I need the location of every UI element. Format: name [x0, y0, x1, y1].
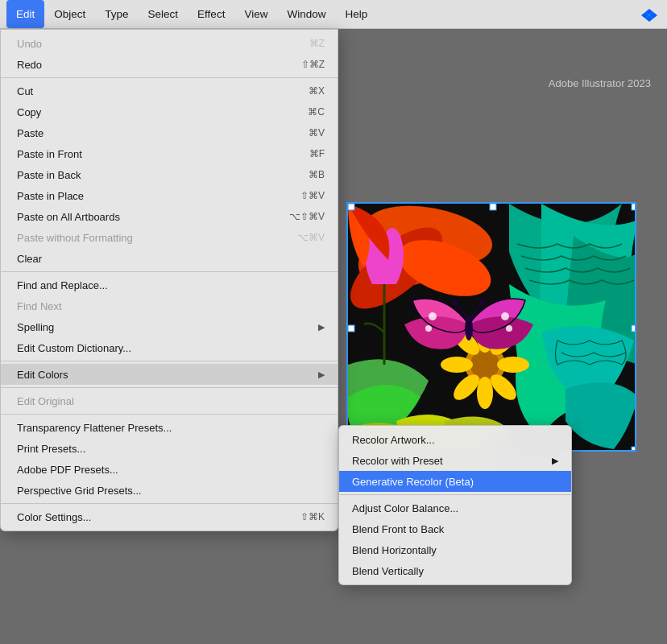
menu-item-transparency[interactable]: Transparency Flattener Presets...: [1, 417, 338, 438]
submenu-item-blend-front-back[interactable]: Blend Front to Back: [339, 518, 571, 539]
dropbox-icon: [641, 6, 657, 23]
submenu-separator-1: [339, 494, 571, 495]
svg-rect-34: [348, 325, 354, 332]
menu-item-copy[interactable]: Copy ⌘C: [1, 101, 338, 122]
menu-item-print-presets[interactable]: Print Presets...: [1, 438, 338, 459]
submenu-arrow-recolor-preset: ▶: [552, 456, 558, 466]
menu-type[interactable]: Type: [95, 0, 138, 28]
artwork-svg: [348, 204, 636, 452]
menubar: Edit Object Type Select Effect View Wind…: [0, 0, 667, 29]
menu-help[interactable]: Help: [335, 0, 377, 28]
edit-colors-submenu: Recolor Artwork... Recolor with Preset ▶…: [338, 425, 572, 585]
menu-item-find-replace[interactable]: Find and Replace...: [1, 275, 338, 295]
menu-select[interactable]: Select: [139, 0, 188, 28]
svg-rect-32: [490, 204, 496, 210]
menu-effect[interactable]: Effect: [188, 0, 234, 28]
separator-5: [1, 414, 338, 415]
menu-window[interactable]: Window: [277, 0, 335, 28]
submenu-item-recolor-preset[interactable]: Recolor with Preset ▶: [339, 450, 571, 471]
svg-rect-35: [632, 325, 636, 332]
svg-point-26: [501, 312, 509, 320]
svg-point-27: [506, 325, 512, 332]
menu-item-edit-original[interactable]: Edit Original: [1, 390, 338, 411]
menu-item-cut[interactable]: Cut ⌘X: [1, 80, 338, 101]
menu-item-paste-back[interactable]: Paste in Back ⌘B: [1, 164, 338, 185]
menu-view[interactable]: View: [234, 0, 277, 28]
submenu-item-adjust-balance[interactable]: Adjust Color Balance...: [339, 497, 571, 518]
menu-item-paste-place[interactable]: Paste in Place ⇧⌘V: [1, 185, 338, 206]
submenu-item-blend-horizontal[interactable]: Blend Horizontally: [339, 539, 571, 560]
menu-item-paste-front[interactable]: Paste in Front ⌘F: [1, 143, 338, 164]
menu-item-edit-colors[interactable]: Edit Colors ▶: [1, 364, 338, 385]
separator-1: [1, 77, 338, 78]
menu-edit[interactable]: Edit: [6, 0, 44, 28]
svg-rect-29: [632, 204, 636, 210]
submenu-item-recolor-artwork[interactable]: Recolor Artwork...: [339, 429, 571, 450]
edit-dropdown-menu: Undo ⌘Z Redo ⇧⌘Z Cut ⌘X Copy ⌘C Paste ⌘V…: [0, 29, 338, 531]
menu-item-paste-no-format[interactable]: Paste without Formatting ⌥⌘V: [1, 227, 338, 248]
app-title: Adobe Illustrator 2023: [549, 77, 651, 89]
svg-point-14: [497, 357, 529, 373]
separator-2: [1, 271, 338, 272]
menu-item-pdf-presets[interactable]: Adobe PDF Presets...: [1, 459, 338, 480]
menu-item-paste-all[interactable]: Paste on All Artboards ⌥⇧⌘V: [1, 206, 338, 227]
svg-rect-31: [632, 447, 636, 452]
menu-item-color-settings[interactable]: Color Settings... ⇧⌘K: [1, 506, 338, 527]
menu-item-spelling[interactable]: Spelling ▶: [1, 316, 338, 337]
submenu-item-blend-vertical[interactable]: Blend Vertically: [339, 560, 571, 581]
separator-4: [1, 387, 338, 388]
menu-item-perspective[interactable]: Perspective Grid Presets...: [1, 480, 338, 501]
artwork-container: [346, 202, 636, 452]
svg-point-13: [441, 357, 473, 373]
svg-point-23: [480, 300, 485, 305]
artwork-bg: [348, 204, 635, 450]
svg-point-12: [477, 377, 493, 409]
menu-item-undo[interactable]: Undo ⌘Z: [1, 33, 338, 54]
svg-point-22: [453, 300, 458, 305]
menu-item-paste[interactable]: Paste ⌘V: [1, 122, 338, 143]
svg-point-24: [429, 312, 437, 320]
menu-item-find-next[interactable]: Find Next: [1, 295, 338, 316]
submenu-arrow-edit-colors: ▶: [318, 369, 325, 380]
submenu-item-generative-recolor[interactable]: Generative Recolor (Beta): [339, 471, 571, 492]
svg-point-25: [425, 325, 432, 332]
separator-6: [1, 503, 338, 504]
menu-item-edit-dict[interactable]: Edit Custom Dictionary...: [1, 337, 338, 358]
menu-object[interactable]: Object: [44, 0, 95, 28]
menu-item-clear[interactable]: Clear: [1, 248, 338, 269]
svg-rect-28: [348, 204, 354, 210]
separator-3: [1, 361, 338, 361]
submenu-arrow-spelling: ▶: [318, 322, 325, 332]
menu-item-redo[interactable]: Redo ⇧⌘Z: [1, 54, 338, 75]
